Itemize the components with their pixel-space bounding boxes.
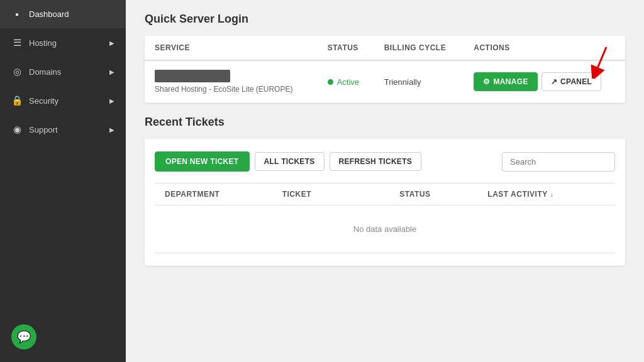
support-icon: ◉ <box>11 124 23 135</box>
refresh-tickets-button[interactable]: REFRESH TICKETS <box>330 152 422 171</box>
status-cell: Active <box>318 60 374 103</box>
sidebar-item-security[interactable]: 🔒 Security ▶ <box>0 86 126 115</box>
chevron-right-icon: ▶ <box>109 69 114 75</box>
search-input[interactable] <box>502 152 615 172</box>
service-cell: Shared Hosting - EcoSite Lite (EUROPE) <box>145 60 318 103</box>
sidebar-item-hosting[interactable]: ☰ Hosting ▶ <box>0 28 126 57</box>
sidebar-item-domains[interactable]: ◎ Domains ▶ <box>0 57 126 86</box>
security-icon: 🔒 <box>11 95 23 106</box>
chevron-right-icon: ▶ <box>109 126 114 133</box>
col-header-status: Status <box>318 36 374 60</box>
tickets-card: OPEN NEW TICKET ALL TICKETS REFRESH TICK… <box>145 139 625 266</box>
col-header-activity: Last Activity ↓ <box>487 190 605 199</box>
recent-tickets-section: Recent Tickets OPEN NEW TICKET ALL TICKE… <box>145 116 625 266</box>
billing-cell: Triennially <box>374 60 464 103</box>
sidebar-item-label: Dashboard <box>29 9 69 19</box>
quick-server-card: Service Status Billing Cycle Actions Sha… <box>145 36 625 103</box>
sidebar-item-label: Support <box>29 125 58 134</box>
gear-icon: ⚙ <box>483 77 490 86</box>
domains-icon: ◎ <box>11 66 23 77</box>
external-link-icon: ↗ <box>551 77 557 86</box>
sidebar-item-support[interactable]: ◉ Support ▶ <box>0 115 126 144</box>
sidebar-item-label: Domains <box>29 67 61 77</box>
main-content: Quick Server Login Service Status Billin… <box>126 0 644 362</box>
quick-server-title: Quick Server Login <box>145 13 625 26</box>
table-row: Shared Hosting - EcoSite Lite (EUROPE) A… <box>145 60 625 103</box>
cpanel-button[interactable]: ↗ CPANEL <box>541 72 602 91</box>
status-badge: Active <box>328 77 364 87</box>
col-header-actions: Actions <box>464 36 625 60</box>
sidebar-item-label: Security <box>29 96 58 106</box>
open-new-ticket-button[interactable]: OPEN NEW TICKET <box>155 151 250 172</box>
dashboard-icon: ▪ <box>11 9 23 19</box>
search-box <box>502 152 615 172</box>
chat-icon: 💬 <box>17 330 31 344</box>
chevron-right-icon: ▶ <box>109 97 114 104</box>
tickets-toolbar: OPEN NEW TICKET ALL TICKETS REFRESH TICK… <box>155 151 615 172</box>
bottom-divider <box>155 253 615 253</box>
service-subtitle: Shared Hosting - EcoSite Lite (EUROPE) <box>155 85 308 94</box>
sort-down-icon: ↓ <box>550 191 554 198</box>
sidebar-item-label: Hosting <box>29 38 57 48</box>
col-header-service: Service <box>145 36 318 60</box>
cpanel-wrapper: ↗ CPANEL <box>541 72 602 91</box>
service-name-redacted <box>155 70 230 82</box>
sidebar-item-dashboard[interactable]: ▪ Dashboard <box>0 0 126 28</box>
tickets-table-header: Department Ticket Status Last Activity ↓ <box>155 184 615 206</box>
sidebar: ▪ Dashboard ☰ Hosting ▶ ◎ Domains ▶ 🔒 Se… <box>0 0 126 362</box>
hosting-icon: ☰ <box>11 37 23 48</box>
actions-wrapper: ⚙ MANAGE ↗ CPANEL <box>474 72 615 91</box>
chat-bubble-button[interactable]: 💬 <box>11 324 36 349</box>
col-header-status: Status <box>399 190 487 199</box>
actions-cell: ⚙ MANAGE ↗ CPANEL <box>464 60 625 103</box>
status-label: Active <box>337 77 359 87</box>
service-table: Service Status Billing Cycle Actions Sha… <box>145 36 625 103</box>
all-tickets-button[interactable]: ALL TICKETS <box>255 152 325 171</box>
col-header-department: Department <box>165 190 282 199</box>
recent-tickets-title: Recent Tickets <box>145 116 625 129</box>
chevron-right-icon: ▶ <box>109 40 114 47</box>
manage-button[interactable]: ⚙ MANAGE <box>474 72 537 91</box>
status-dot-icon <box>328 79 333 85</box>
col-header-billing: Billing Cycle <box>374 36 464 60</box>
no-data-message: No data available <box>155 206 615 253</box>
col-header-ticket: Ticket <box>282 190 400 199</box>
